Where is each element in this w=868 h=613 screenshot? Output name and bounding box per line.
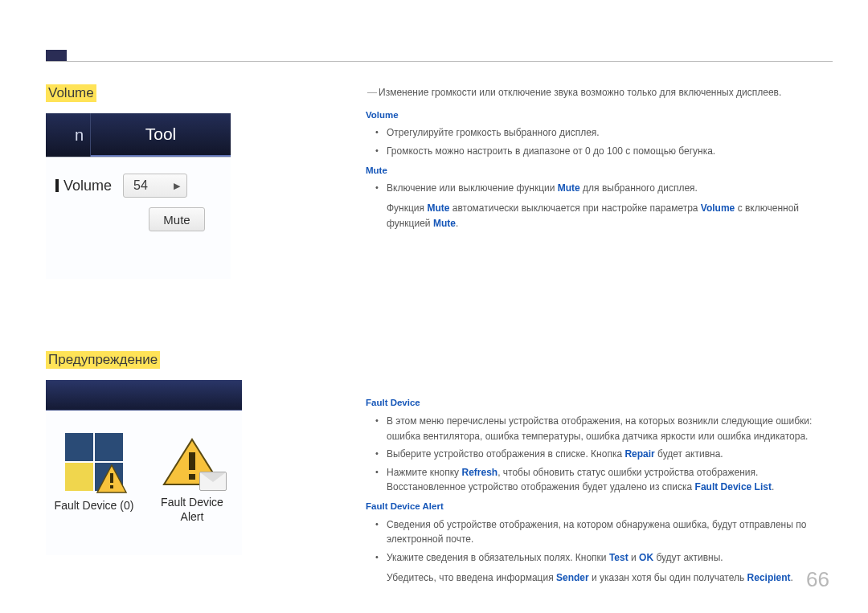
- bullet: Включение или выключение функции Mute дл…: [366, 181, 828, 196]
- bullet: Укажите сведения в обязательных полях. К…: [366, 550, 828, 566]
- header-accent-bar: [46, 50, 67, 61]
- section-heading-warning: Предупреждение: [46, 351, 160, 369]
- volume-row: Volume 54 ▶: [55, 174, 221, 198]
- section-heading-volume: Volume: [46, 84, 96, 102]
- page-number: 66: [806, 567, 829, 592]
- fault-device-label: Fault Device (0): [54, 499, 134, 513]
- screenshot-toolbar: [46, 380, 242, 411]
- bullet: Нажмите кнопку Refresh, чтобы обновить с…: [366, 465, 828, 495]
- volume-label: Volume: [55, 178, 112, 194]
- subhead-mute: Mute: [366, 164, 828, 178]
- subhead-volume: Volume: [366, 108, 828, 123]
- header-rule: [46, 61, 833, 62]
- svg-rect-2: [110, 485, 113, 488]
- envelope-icon: [199, 472, 227, 491]
- bullet: В этом меню перечислены устройства отобр…: [366, 414, 828, 443]
- fault-device-alert-tile[interactable]: Fault Device Alert: [152, 433, 232, 546]
- bullet: Выберите устройство отображения в списке…: [366, 447, 828, 462]
- svg-rect-5: [189, 474, 195, 480]
- right-column: ―Изменение громкости или отключение звук…: [366, 85, 828, 588]
- mute-button[interactable]: Mute: [149, 207, 205, 231]
- volume-value: 54: [133, 178, 148, 193]
- bullet: Сведения об устройстве отображения, на к…: [366, 517, 828, 547]
- fault-device-alert-label: Fault Device Alert: [152, 496, 232, 524]
- screenshot-tabbar: n Tool: [46, 113, 231, 157]
- svg-rect-4: [189, 452, 195, 470]
- paragraph: Убедитесь, что введена информация Sender…: [366, 570, 828, 586]
- volume-stepper[interactable]: 54 ▶: [123, 174, 187, 198]
- subhead-fault-device-alert: Fault Device Alert: [366, 500, 828, 514]
- screenshot-volume-tool: n Tool Volume 54 ▶ Mute: [46, 113, 231, 279]
- chevron-right-icon[interactable]: ▶: [174, 181, 180, 191]
- subhead-fault-device: Fault Device: [366, 396, 828, 411]
- screenshot-warning: Fault Device (0) Fault Device Alert: [46, 380, 242, 555]
- note-line: ―Изменение громкости или отключение звук…: [366, 85, 828, 100]
- paragraph: Функция Mute автоматически выключается п…: [366, 201, 828, 231]
- svg-rect-1: [110, 473, 113, 483]
- screenshot-tab-tool[interactable]: Tool: [91, 113, 231, 157]
- screenshot-body: Volume 54 ▶ Mute: [46, 157, 231, 279]
- bullet: Отрегулируйте громкость выбранного диспл…: [366, 125, 828, 141]
- warning-icon: [96, 464, 128, 496]
- screenshot-tab-prev[interactable]: n: [46, 113, 91, 157]
- left-column: Volume n Tool Volume 54 ▶ Mute Предупреж…: [46, 84, 287, 555]
- bullet: Громкость можно настроить в диапазоне от…: [366, 144, 828, 159]
- fault-device-tile[interactable]: Fault Device (0): [54, 433, 134, 546]
